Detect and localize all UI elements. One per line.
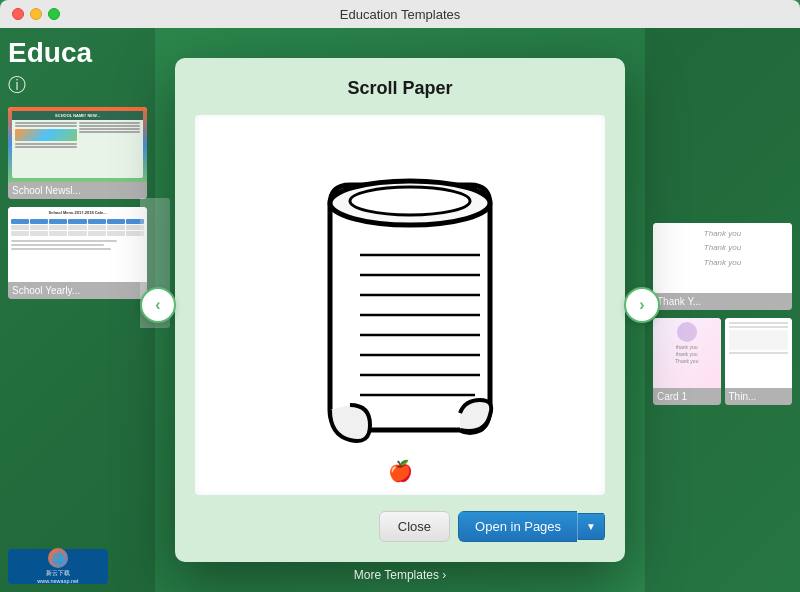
- modal-footer: Close Open in Pages ▼: [195, 511, 605, 542]
- modal-title: Scroll Paper: [195, 78, 605, 99]
- open-in-pages-button-group: Open in Pages ▼: [458, 511, 605, 542]
- minimize-button[interactable]: [30, 8, 42, 20]
- watermark-logo: 🌐: [48, 548, 68, 568]
- modal-preview: 🍎: [195, 115, 605, 495]
- app-window: Education Templates Educa ⓘ SCHOOL NAME!…: [0, 0, 800, 592]
- zoom-button[interactable]: [48, 8, 60, 20]
- svg-point-1: [350, 187, 470, 215]
- nav-prev-button[interactable]: ‹: [140, 287, 176, 323]
- chalkboard-bg: Educa ⓘ SCHOOL NAME! NEW...: [0, 28, 800, 592]
- scroll-paper-illustration: [270, 145, 530, 465]
- chevron-right-icon: ›: [639, 296, 644, 314]
- modal-nav-container: ‹ ›: [195, 115, 605, 495]
- main-content: Educa ⓘ SCHOOL NAME! NEW...: [0, 28, 800, 592]
- window-title: Education Templates: [340, 7, 460, 22]
- open-in-pages-button[interactable]: Open in Pages: [458, 511, 577, 542]
- modal-overlay: Scroll Paper ‹ ›: [0, 28, 800, 592]
- watermark: 🌐 新云下载www.newasp.net: [8, 549, 108, 584]
- close-button[interactable]: Close: [379, 511, 450, 542]
- watermark-text: 新云下载www.newasp.net: [37, 570, 78, 584]
- watermark-content: 🌐 新云下载www.newasp.net: [37, 548, 78, 584]
- apple-icon: 🍎: [388, 459, 413, 483]
- chevron-left-icon: ‹: [155, 296, 160, 314]
- modal: Scroll Paper ‹ ›: [175, 58, 625, 562]
- traffic-lights: [12, 8, 60, 20]
- close-button[interactable]: [12, 8, 24, 20]
- more-templates-link[interactable]: More Templates ›: [354, 568, 446, 582]
- nav-next-button[interactable]: ›: [624, 287, 660, 323]
- open-in-pages-dropdown[interactable]: ▼: [577, 513, 605, 540]
- titlebar: Education Templates: [0, 0, 800, 28]
